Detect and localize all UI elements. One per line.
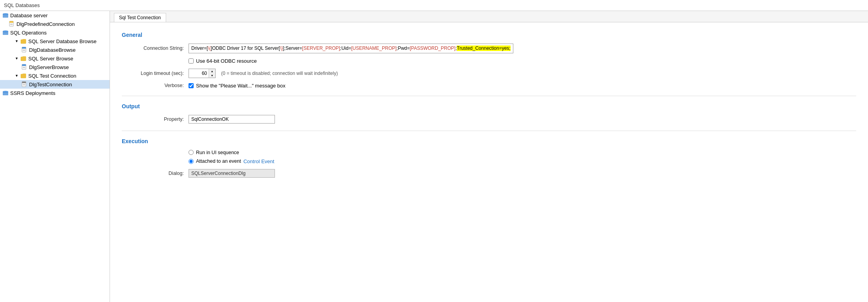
chevron-down-icon-2: ▼ [15, 56, 20, 60]
sidebar-item-label: DlgPredefinedConnection [16, 21, 75, 27]
db-folder-icon-3 [2, 90, 9, 96]
sidebar-item-label: SQL Operations [10, 30, 47, 36]
page-blue-icon-2 [21, 64, 27, 70]
app-title: SQL Databases [4, 2, 40, 8]
use-64bit-checkbox[interactable] [189, 58, 194, 64]
conn-string-normal: Driver=[\{]ODBC Driver 17 for SQL Server… [191, 45, 457, 51]
svg-rect-4 [9, 21, 13, 23]
page-blue-icon [21, 47, 27, 53]
sidebar-item-dlg-predefined[interactable]: DlgPredefinedConnection [0, 20, 110, 28]
verbose-row: Verbose: Show the "Please Wait..." messa… [122, 83, 856, 89]
verbose-label: Verbose: [122, 83, 189, 88]
tab-sql-test-connection[interactable]: Sql Test Connection [114, 13, 166, 22]
sidebar-item-sql-server-browse[interactable]: ▼ SQL Server Browse [0, 54, 110, 63]
divider-1 [122, 96, 856, 96]
sidebar-item-label: SSRS Deployments [10, 90, 55, 96]
sidebar-item-label: SQL Test Connection [28, 73, 76, 79]
sidebar-item-label: DlgServerBrowse [29, 64, 69, 70]
login-timeout-spinner[interactable]: ▲ ▼ [189, 69, 216, 78]
run-in-ui-radio[interactable] [189, 150, 194, 155]
sidebar-item-database-server[interactable]: Database server [0, 11, 110, 20]
sidebar-item-sql-test-connection[interactable]: ▼ SQL Test Connection [0, 71, 110, 80]
run-in-ui-label: Run in UI sequence [196, 150, 239, 155]
general-section-title: General [122, 32, 856, 38]
verbose-checkbox[interactable] [189, 83, 194, 88]
login-timeout-input[interactable] [189, 70, 209, 77]
page-yellow-icon [9, 21, 15, 27]
dialog-input[interactable] [189, 169, 275, 178]
svg-rect-11 [22, 47, 26, 49]
sidebar-item-sql-operations[interactable]: SQL Operations [0, 28, 110, 37]
sidebar-item-ssrs-deployments[interactable]: SSRS Deployments [0, 89, 110, 97]
sidebar: Database server DlgPredefinedConnection … [0, 11, 110, 302]
sidebar-item-label: DlgTestConnection [29, 82, 72, 87]
folder-yellow-icon-2 [20, 55, 27, 62]
login-timeout-row: Login timeout (sec): ▲ ▼ (0 = timeout is… [122, 69, 856, 78]
property-row: Property: [122, 115, 856, 124]
db-folder-icon [2, 12, 9, 18]
execution-radios-row: Run in UI sequence Attached to an event … [122, 150, 856, 164]
connection-string-label: Connection String: [122, 45, 189, 51]
connection-string-field[interactable]: Driver=[\{]ODBC Driver 17 for SQL Server… [189, 44, 513, 53]
spinner-down-button[interactable]: ▼ [209, 73, 215, 78]
sidebar-item-dlg-test-connection[interactable]: DlgTestConnection [0, 80, 110, 89]
sidebar-item-label: SQL Server Database Browse [28, 38, 97, 44]
chevron-down-icon-3: ▼ [15, 74, 20, 78]
sidebar-item-label: DlgDatabaseBrowse [29, 47, 76, 53]
sidebar-item-sql-server-db-browse[interactable]: ▼ SQL Server Database Browse [0, 37, 110, 45]
chevron-down-icon: ▼ [15, 39, 20, 43]
attached-event-radio[interactable] [189, 159, 194, 164]
sidebar-item-dlg-server-browse[interactable]: DlgServerBrowse [0, 63, 110, 71]
svg-rect-19 [22, 82, 26, 83]
verbose-checkbox-label: Show the "Please Wait..." message box [196, 83, 286, 89]
folder-yellow-icon [20, 38, 27, 44]
spinner-up-button[interactable]: ▲ [209, 69, 215, 73]
sidebar-item-label: Database server [10, 13, 48, 18]
run-in-ui-row: Run in UI sequence [189, 150, 274, 155]
page-selected-icon [21, 81, 27, 87]
execution-section-title: Execution [122, 138, 856, 144]
spinner-buttons: ▲ ▼ [209, 69, 215, 78]
attached-event-row: Attached to an event Control Event [189, 158, 274, 164]
output-section-title: Output [122, 103, 856, 109]
svg-rect-15 [22, 64, 26, 66]
use-64bit-row: Use 64-bit ODBC resource [122, 58, 856, 64]
sidebar-item-label: SQL Server Browse [28, 56, 73, 62]
property-label: Property: [122, 116, 189, 122]
connection-string-row: Connection String: Driver=[\{]ODBC Drive… [122, 44, 856, 53]
dialog-label: Dialog: [122, 171, 189, 176]
divider-2 [122, 131, 856, 131]
login-timeout-label: Login timeout (sec): [122, 71, 189, 76]
control-event-link[interactable]: Control Event [244, 158, 275, 164]
db-folder-icon-2 [2, 29, 9, 36]
property-input[interactable] [189, 115, 275, 124]
folder-yellow-icon-3 [20, 73, 27, 79]
tab-bar: Sql Test Connection [110, 11, 868, 22]
conn-string-highlighted: Trusted_Connection=yes; [457, 45, 511, 51]
use-64bit-label: Use 64-bit ODBC resource [196, 58, 257, 64]
sidebar-item-dlg-database-browse[interactable]: DlgDatabaseBrowse [0, 45, 110, 54]
dialog-row: Dialog: [122, 169, 856, 178]
title-bar: SQL Databases [0, 0, 868, 11]
timeout-hint: (0 = timeout is disabled; connection wil… [221, 71, 338, 76]
execution-radio-group: Run in UI sequence Attached to an event … [189, 150, 274, 164]
content-panel: Sql Test Connection General Connection S… [110, 11, 868, 302]
attached-event-label: Attached to an event [196, 158, 241, 164]
